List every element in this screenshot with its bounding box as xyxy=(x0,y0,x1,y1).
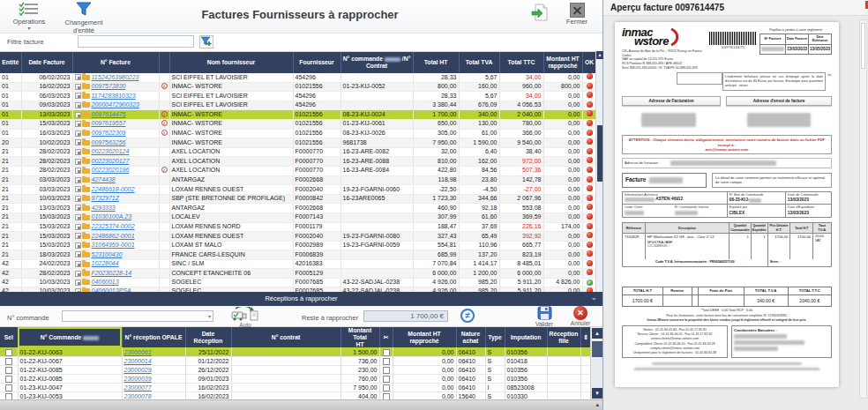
invoice-number-link[interactable]: 22325374-0002 xyxy=(92,223,135,229)
col-total-ht[interactable]: Total HT xyxy=(413,52,459,73)
reception-row[interactable]: 01-23-KIJ-00472300007716/02/20237 950,00… xyxy=(0,384,591,392)
expand-button[interactable] xyxy=(75,121,81,127)
row-select-checkbox[interactable] xyxy=(5,358,12,365)
expand-button[interactable] xyxy=(75,149,81,155)
split-checkbox[interactable] xyxy=(383,349,390,356)
scroll-up-arrow-icon[interactable]: ▲ xyxy=(592,328,602,339)
invoice-info-icon[interactable]: i xyxy=(161,130,168,136)
attachment-folder-icon[interactable] xyxy=(82,84,90,89)
invoice-row[interactable]: 2115/03/202301030100A.23LOCALEVF00071433… xyxy=(0,212,596,222)
col-num-commande[interactable]: N° Commande xyxy=(18,327,122,347)
receptions-scrollbar-thumb[interactable] xyxy=(592,341,602,357)
invoice-row[interactable]: 2118/03/2023523100430FRANCE CARS-LESQUIN… xyxy=(0,250,596,260)
close-button[interactable]: Fermer xyxy=(559,3,595,26)
reception-number-link[interactable]: 23000078 xyxy=(124,393,152,399)
invoice-row[interactable]: 2115/03/202322486862-0001LOXAM RENNES OU… xyxy=(0,232,596,242)
col-total-tva[interactable]: Total TVA xyxy=(459,52,499,73)
row-select-checkbox[interactable] xyxy=(5,376,12,383)
attachment-folder-icon[interactable] xyxy=(82,224,90,229)
attachment-folder-icon[interactable] xyxy=(82,215,90,220)
col-total-ttc[interactable]: Total TTC xyxy=(499,52,543,73)
invoice-number-link[interactable]: 20000472900323 xyxy=(92,101,140,108)
expand-button[interactable] xyxy=(75,242,81,249)
expand-button[interactable] xyxy=(75,186,81,192)
auto-match-button[interactable]: Auto xyxy=(228,307,263,328)
valider-button[interactable]: Valider xyxy=(529,306,559,327)
invoice-number-link[interactable]: 01030100A.23 xyxy=(92,213,132,220)
expand-button[interactable] xyxy=(75,139,81,145)
col-nom-fournisseur[interactable]: Nom fournisseur xyxy=(169,52,293,73)
col-num-reception[interactable]: N° réception OPALE xyxy=(122,327,185,347)
invoice-number-link[interactable]: 11524263980223 xyxy=(92,74,139,80)
invoice-row[interactable]: 2128/02/202300223020196iAXEL LOCATIONF00… xyxy=(0,166,596,175)
expand-button[interactable] xyxy=(75,224,81,230)
invoice-row[interactable]: 0116/03/20230097622309iINMAC- WSTORE0102… xyxy=(0,129,596,138)
attachment-folder-icon[interactable] xyxy=(82,187,90,192)
invoice-number-link[interactable]: 0097622309 xyxy=(92,130,126,136)
invoice-row[interactable]: 2010/02/20230097563256INMAC- WSTORE01021… xyxy=(0,138,596,148)
split-checkbox[interactable] xyxy=(383,358,390,365)
expand-button[interactable] xyxy=(75,159,81,165)
receptions-section-bar[interactable]: Réceptions à rapprocher ⌄ xyxy=(0,292,602,306)
attachment-folder-icon[interactable] xyxy=(82,159,90,164)
expand-button[interactable] xyxy=(75,84,81,90)
reception-row[interactable]: 01-22-KIJ-00852300003909/01/2023760,000,… xyxy=(0,374,591,383)
col-num-contrat[interactable]: N° contrat xyxy=(231,327,340,347)
invoice-row[interactable]: 2103/03/20234274438ANTARGAZF0002668118,9… xyxy=(0,175,596,185)
invoice-number-link[interactable]: 00223020196 xyxy=(92,167,130,173)
expand-button[interactable] xyxy=(75,102,81,108)
attachment-folder-icon[interactable] xyxy=(82,242,90,248)
invoice-row[interactable]: 4228/02/2023F20230228-14CONCEPT ETANCHEI… xyxy=(0,269,596,279)
invoice-info-icon[interactable]: i xyxy=(161,120,168,126)
col-num-facture[interactable]: N° Facture xyxy=(72,52,159,73)
expand-button[interactable] xyxy=(75,251,81,257)
expand-button[interactable] xyxy=(75,130,81,137)
reception-row[interactable]: 01-23-KIJ-00532300007816/02/2023404,000,… xyxy=(0,392,591,399)
expand-button[interactable] xyxy=(75,74,81,80)
col-imputation[interactable]: Imputation xyxy=(505,327,547,347)
expand-button[interactable] xyxy=(75,280,81,286)
expand-button[interactable] xyxy=(75,177,81,183)
attachment-folder-icon[interactable] xyxy=(82,140,90,145)
invoice-row[interactable]: 0113/03/20230097614475iINMAC- WSTORE0102… xyxy=(0,110,596,120)
col-nature-achat[interactable]: Nature achat xyxy=(456,327,485,347)
invoice-info-icon[interactable]: i xyxy=(161,111,168,117)
preview-scrollbar-thumb[interactable] xyxy=(861,23,865,69)
apply-filter-button[interactable] xyxy=(199,35,213,48)
operations-button[interactable]: Opérations ▾ xyxy=(5,2,53,30)
scroll-down-arrow-icon[interactable]: ▼ xyxy=(592,388,602,399)
attachment-folder-icon[interactable] xyxy=(82,234,90,239)
attachment-folder-icon[interactable] xyxy=(82,196,90,201)
attachment-folder-icon[interactable] xyxy=(82,205,90,211)
invoice-number-link[interactable]: 0097619557 xyxy=(92,120,126,126)
invoice-row[interactable]: 0106/02/202311524263980223SCI EIFFEL ET … xyxy=(0,73,596,82)
invoice-info-icon[interactable]: i xyxy=(161,83,168,89)
col-fournisseur[interactable]: Fournisseur xyxy=(293,52,340,73)
scroll-up-arrow-icon[interactable]: ▲ xyxy=(596,51,603,59)
invoice-row[interactable]: 2103/03/202322486618-0002LOXAM RENNES OU… xyxy=(0,185,596,195)
receptions-scrollbar[interactable]: ▲ ▼ xyxy=(590,327,602,399)
invoices-scrollbar-thumb[interactable] xyxy=(597,125,602,182)
invoice-row[interactable]: 0106/03/20231174283810323SCI EIFFEL ET L… xyxy=(0,92,596,101)
col-date-reception[interactable]: Date Réception xyxy=(185,327,231,347)
invoice-info-icon[interactable]: i xyxy=(161,167,168,173)
col-reception-fille[interactable]: Réception fille xyxy=(547,327,580,347)
not-equal-icon[interactable]: ≠ xyxy=(460,309,475,323)
invoice-number-link[interactable]: 31064959-0001 xyxy=(92,242,135,248)
combobox-dropdown-icon[interactable]: ▾ xyxy=(208,313,211,319)
reception-row[interactable]: 01-22-KIJ-00632300006125/11/20221 500,00… xyxy=(0,347,591,356)
invoice-row[interactable]: 0115/03/20230097619557iINMAC- WSTORE0102… xyxy=(0,119,596,129)
attachment-folder-icon[interactable] xyxy=(82,252,90,257)
reception-row[interactable]: 01-22-KIJ-00672300001401/12/2022736,000,… xyxy=(0,356,591,365)
attachment-folder-icon[interactable] xyxy=(82,130,90,136)
row-select-checkbox[interactable] xyxy=(5,393,12,399)
reception-number-link[interactable]: 23000061 xyxy=(124,349,152,355)
col-montant-total-ht[interactable]: Montant Total HT xyxy=(340,327,379,347)
invoice-number-link[interactable]: 0097614475 xyxy=(92,111,126,117)
expand-button[interactable] xyxy=(75,112,81,118)
col-montant-rapproche[interactable]: Montant HT rapproché xyxy=(543,52,582,73)
invoice-number-link[interactable]: 00223020124 xyxy=(92,148,130,154)
reception-row[interactable]: 01-22-KIJ-00852300002926/12/2022230,000,… xyxy=(0,365,591,374)
row-select-checkbox[interactable] xyxy=(5,349,12,356)
invoice-number-link[interactable]: 10228044 xyxy=(92,260,119,266)
